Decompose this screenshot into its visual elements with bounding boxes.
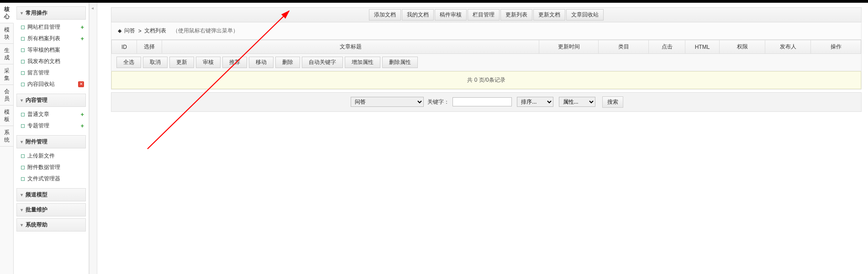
top-toolbar: 添加文档我的文档稿件审核栏目管理更新列表更新文档文章回收站	[111, 7, 862, 22]
square-icon	[21, 83, 25, 86]
document-table: ID选择文章标题更新时间类目点击HTML权限发布人操作	[111, 40, 861, 54]
pager-text: 共 0 页/0条记录	[467, 77, 505, 83]
keyword-label: 关键字：	[427, 99, 449, 105]
add-icon: +	[80, 122, 84, 129]
sidebar-item-label: 网站栏目管理	[27, 23, 60, 31]
chevron-down-icon: ▾	[21, 192, 23, 197]
action-btn-0[interactable]: 全选	[116, 57, 141, 68]
square-icon	[21, 26, 25, 29]
action-btn-9[interactable]: 删除属性	[382, 57, 418, 68]
shield-icon: ✕	[78, 81, 84, 87]
breadcrumb-hint: （使用鼠标右键弹出菜单）	[173, 27, 238, 35]
chevron-down-icon: ▾	[21, 11, 23, 16]
sidebar-item-2-1[interactable]: 附件数据管理	[19, 162, 86, 173]
section-header-0[interactable]: ▾常用操作	[16, 6, 86, 20]
action-btn-8[interactable]: 增加属性	[345, 57, 380, 68]
square-icon	[21, 166, 25, 169]
sidebar-item-label: 附件数据管理	[27, 163, 60, 171]
sidebar-item-1-1[interactable]: 专题管理+	[19, 120, 86, 132]
attr-select[interactable]: 属性...	[559, 97, 595, 107]
sidebar-item-label: 我发布的文档	[27, 58, 60, 65]
add-icon: +	[80, 111, 84, 118]
pagination: 共 0 页/0条记录	[111, 71, 861, 89]
vertical-tabs: 核心模块生成采集会员模板系统	[0, 3, 14, 274]
square-icon	[21, 60, 25, 63]
action-btn-1[interactable]: 取消	[143, 57, 168, 68]
action-btn-4[interactable]: 推荐	[222, 57, 247, 68]
add-icon: +	[80, 35, 84, 42]
sidebar-item-label: 文件式管理器	[27, 175, 60, 183]
search-button[interactable]: 搜索	[602, 96, 623, 108]
toolbar-btn-6[interactable]: 文章回收站	[566, 9, 604, 21]
sidebar-item-label: 所有档案列表	[27, 35, 60, 42]
col-4: 类目	[599, 40, 649, 54]
sidebar-item-label: 等审核的档案	[27, 46, 60, 54]
action-btn-5[interactable]: 移动	[249, 57, 274, 68]
sidebar: ▾常用操作网站栏目管理+所有档案列表+等审核的档案我发布的文档留言管理内容回收站…	[14, 3, 89, 274]
toolbar-btn-4[interactable]: 更新列表	[500, 9, 532, 21]
col-7: 权限	[720, 40, 765, 54]
sidebar-item-0-3[interactable]: 我发布的文档	[19, 56, 86, 67]
breadcrumb: ◆ 问答 > 文档列表 （使用鼠标右键弹出菜单）	[111, 22, 862, 40]
square-icon	[21, 37, 25, 41]
breadcrumb-category[interactable]: 问答	[124, 27, 135, 35]
toolbar-btn-0[interactable]: 添加文档	[369, 9, 401, 21]
keyword-input[interactable]	[452, 97, 512, 106]
section-header-3[interactable]: ▾频道模型	[16, 188, 86, 201]
chevron-down-icon: ▾	[21, 139, 23, 144]
col-5: 点击	[649, 40, 685, 54]
col-9: 操作	[811, 40, 861, 54]
toolbar-btn-5[interactable]: 更新文档	[533, 9, 565, 21]
col-2: 文章标题	[162, 40, 539, 54]
chevron-down-icon: ▾	[21, 98, 23, 103]
sidebar-splitter[interactable]	[89, 3, 97, 274]
section-header-5[interactable]: ▾系统帮助	[16, 218, 86, 232]
category-select[interactable]: 问答	[351, 97, 424, 107]
vtab-1[interactable]: 模块	[0, 23, 14, 44]
sidebar-item-0-5[interactable]: 内容回收站✕	[19, 79, 86, 90]
sidebar-item-label: 内容回收站	[27, 80, 55, 88]
square-icon	[21, 177, 25, 181]
vtab-2[interactable]: 生成	[0, 44, 14, 64]
sidebar-item-2-0[interactable]: 上传新文件	[19, 150, 86, 162]
action-btn-7[interactable]: 自动关键字	[302, 57, 343, 68]
action-btn-6[interactable]: 删除	[275, 57, 300, 68]
chevron-down-icon: ▾	[21, 222, 23, 227]
col-1: 选择	[137, 40, 162, 54]
main-content: 添加文档我的文档稿件审核栏目管理更新列表更新文档文章回收站 ◆ 问答 > 文档列…	[97, 3, 868, 274]
col-6: HTML	[685, 40, 720, 54]
sidebar-item-0-2[interactable]: 等审核的档案	[19, 44, 86, 56]
sidebar-item-0-4[interactable]: 留言管理	[19, 67, 86, 79]
bulk-actions: 全选取消更新审核推荐移动删除自动关键字增加属性删除属性	[111, 54, 861, 71]
add-icon: +	[80, 24, 84, 31]
vtab-0[interactable]: 核心	[0, 3, 14, 23]
vtab-3[interactable]: 采集	[0, 64, 14, 85]
sidebar-item-2-2[interactable]: 文件式管理器	[19, 173, 86, 184]
vtab-4[interactable]: 会员	[0, 85, 14, 105]
diamond-icon: ◆	[118, 28, 121, 34]
action-btn-2[interactable]: 更新	[169, 57, 194, 68]
toolbar-btn-3[interactable]: 栏目管理	[468, 9, 500, 21]
square-icon	[21, 71, 25, 75]
vtab-5[interactable]: 模板	[0, 105, 14, 126]
square-icon	[21, 113, 25, 116]
square-icon	[21, 154, 25, 158]
col-0: ID	[112, 40, 137, 54]
section-header-2[interactable]: ▾附件管理	[16, 135, 86, 148]
sidebar-item-1-0[interactable]: 普通文章+	[19, 109, 86, 120]
col-3: 更新时间	[539, 40, 599, 54]
sort-select[interactable]: 排序...	[517, 97, 553, 107]
action-btn-3[interactable]: 审核	[196, 57, 221, 68]
filter-bar: 问答 关键字： 排序... 属性... 搜索	[111, 92, 862, 112]
square-icon	[21, 48, 25, 52]
sidebar-item-0-0[interactable]: 网站栏目管理+	[19, 21, 86, 33]
sidebar-item-label: 普通文章	[27, 111, 49, 118]
sidebar-item-label: 上传新文件	[27, 152, 55, 160]
toolbar-btn-2[interactable]: 稿件审核	[435, 9, 467, 21]
sidebar-item-0-1[interactable]: 所有档案列表+	[19, 33, 86, 44]
breadcrumb-page: 文档列表	[144, 27, 166, 35]
toolbar-btn-1[interactable]: 我的文档	[402, 9, 434, 21]
vtab-6[interactable]: 系统	[0, 126, 14, 147]
section-header-4[interactable]: ▾批量维护	[16, 203, 86, 216]
section-header-1[interactable]: ▾内容管理	[16, 94, 86, 107]
